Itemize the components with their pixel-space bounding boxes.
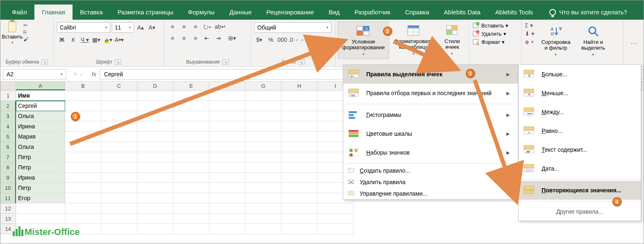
row-header[interactable]: 2 [0,101,16,111]
cell[interactable] [245,132,281,142]
cell[interactable] [245,224,281,234]
tab-view[interactable]: Вид [321,5,347,20]
borders-button[interactable]: ▦▾ [91,35,101,44]
align-left-icon[interactable]: ≡ [168,34,177,43]
row-header[interactable]: 4 [0,121,16,132]
column-header[interactable]: F [209,82,245,90]
cell[interactable] [137,203,173,214]
cell[interactable] [209,224,245,234]
tab-formulas[interactable]: Формулы [181,5,222,20]
cell[interactable] [281,91,317,101]
increase-decimal-icon[interactable]: .0→ [289,35,299,44]
cell[interactable]: Петр [16,162,65,173]
cell[interactable] [245,183,281,193]
menu-highlight-rules[interactable]: ≤> Правила выделения ячеек ▶ [343,65,518,84]
cell[interactable] [137,173,173,183]
submenu-item[interactable]: ⟷Между... [519,103,641,121]
cell[interactable] [65,183,101,193]
column-header[interactable]: E [173,82,209,90]
column-header[interactable]: H [281,82,317,90]
cell[interactable] [209,162,245,173]
cell[interactable] [245,111,281,121]
tab-file[interactable]: Файл [5,5,34,20]
tab-page-layout[interactable]: Разметка страницы [110,5,181,20]
percent-icon[interactable]: % [266,35,276,44]
clear-icon[interactable]: ◆ ▾ [525,39,534,45]
tab-review[interactable]: Рецензирование [259,5,321,20]
submenu-item[interactable]: <Меньше... [519,84,641,103]
cell[interactable] [137,91,173,101]
menu-icon-sets[interactable]: Наборы значков ▶ [343,143,518,162]
paste-button[interactable]: Вставить ▾ [4,22,21,43]
font-color-button[interactable]: А▾ [114,35,124,44]
format-painter-icon[interactable]: 🖌 [23,36,29,42]
menu-data-bars[interactable]: Гистограммы ▶ [343,105,518,124]
cell-styles-button[interactable]: Стили ячеек▾ [438,21,467,58]
delete-cells-button[interactable]: × Удалить ▾ [472,30,506,37]
cell[interactable] [245,162,281,173]
cell[interactable] [281,224,317,234]
cell[interactable]: Имя [16,91,65,101]
cell[interactable] [101,162,137,173]
cell[interactable] [209,101,245,111]
menu-manage-rules[interactable]: Управление правилами... [343,188,518,199]
align-center-icon[interactable]: ≡ [179,34,189,43]
cell[interactable] [101,173,137,183]
cell[interactable] [101,91,137,101]
cell[interactable] [281,121,317,132]
cell[interactable] [281,142,317,152]
format-as-table-button[interactable]: Форматировать как таблицу▾ [392,21,435,58]
cell[interactable] [65,162,101,173]
row-header[interactable]: 8 [0,162,16,173]
ribbon-overflow[interactable]: ⋯ [623,20,644,66]
cell[interactable] [281,214,317,224]
tab-ablebits-data[interactable]: Ablebits Data [437,5,488,20]
cell[interactable] [317,214,354,224]
cell[interactable] [209,152,245,162]
menu-top-bottom-rules[interactable]: ↑10 Правила отбора первых и последних зн… [343,84,518,103]
cell[interactable] [209,214,245,224]
cell[interactable] [209,183,245,193]
cell[interactable] [173,91,209,101]
tab-help[interactable]: Справка [398,5,437,20]
cell[interactable] [101,214,137,224]
dialog-launcher-icon[interactable]: ↘ [115,59,121,65]
increase-font-icon[interactable]: A▴ [136,23,145,32]
menu-more-rules[interactable]: Другие правила... [519,203,641,221]
fill-color-button[interactable]: ▾ [103,35,113,44]
wrap-text-button[interactable]: ab↵ [213,22,227,31]
cell[interactable] [245,91,281,101]
cell[interactable] [209,173,245,183]
cell[interactable] [65,193,101,203]
cell[interactable] [317,224,354,234]
decrease-indent-icon[interactable]: ⇤ [202,34,212,43]
row-header[interactable]: 12 [0,203,16,214]
row-header[interactable]: 7 [0,152,16,162]
orientation-icon[interactable]: ⭮▾ [202,22,212,31]
cell[interactable] [101,142,137,152]
decrease-decimal-icon[interactable]: ←.0 [300,35,310,44]
tab-data[interactable]: Данные [222,5,259,20]
font-name-combo[interactable]: Calibri▾ [57,22,110,33]
cell[interactable] [173,142,209,152]
cell[interactable]: Егор [16,193,65,203]
cell[interactable] [281,101,317,111]
italic-button[interactable]: К [68,35,78,44]
cell[interactable] [16,214,65,224]
cell[interactable]: Петр [16,152,65,162]
cell[interactable] [245,101,281,111]
cell[interactable] [173,203,209,214]
cell[interactable] [137,111,173,121]
align-top-icon[interactable]: ≡ [168,22,177,31]
cell[interactable] [65,132,101,142]
column-header[interactable]: B [65,82,101,90]
cell[interactable]: Сергей [16,101,65,111]
cell[interactable] [101,152,137,162]
cell[interactable]: Ирина [16,173,65,183]
enter-formula-icon[interactable]: ✓ [79,71,84,78]
tab-insert[interactable]: Вставка [73,5,110,20]
cell[interactable] [65,142,101,152]
cell[interactable] [16,203,65,214]
cell[interactable] [137,214,173,224]
cell[interactable] [281,173,317,183]
